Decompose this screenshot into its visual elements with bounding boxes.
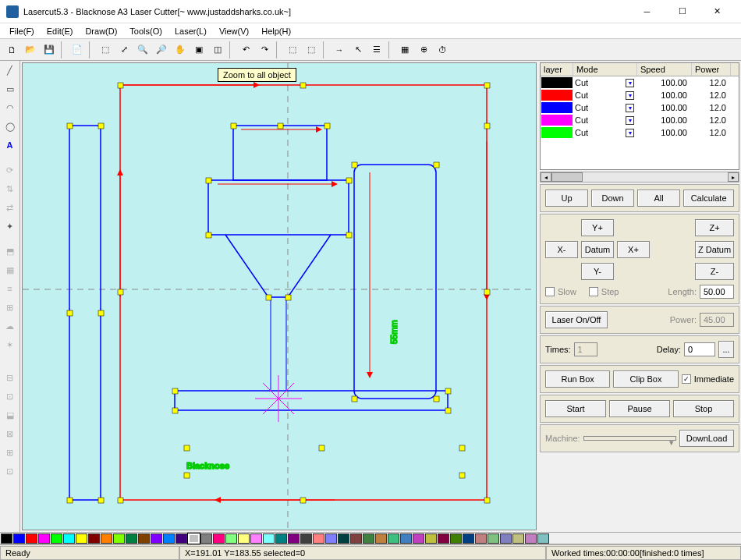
zoom-out-icon[interactable]: 🔎 (153, 41, 170, 58)
color-swatch[interactable] (512, 533, 524, 544)
menu-view[interactable]: View(V) (213, 25, 255, 37)
color-swatch[interactable] (463, 533, 474, 544)
zminus-button[interactable]: Z- (695, 263, 734, 280)
runbox-button[interactable]: Run Box (545, 370, 610, 388)
rotate-tool-icon[interactable]: ⟳ (2, 162, 18, 178)
ungroup-icon[interactable]: ⬚ (303, 41, 320, 58)
xplus-button[interactable]: X+ (617, 241, 650, 258)
color-swatch[interactable] (26, 533, 37, 544)
color-swatch[interactable] (450, 533, 462, 544)
stop-button[interactable]: Stop (673, 400, 734, 417)
color-swatch[interactable] (200, 533, 212, 544)
datum-button[interactable]: Datum (581, 241, 614, 258)
menu-file[interactable]: File(F) (3, 25, 41, 37)
color-swatch[interactable] (263, 533, 275, 544)
line-tool-icon[interactable]: ╱ (2, 62, 18, 78)
star-icon[interactable]: ✶ (2, 337, 18, 353)
layer-row[interactable]: Cut▾100.0012.0 (541, 126, 739, 139)
redo-icon[interactable]: ↷ (256, 41, 273, 58)
zdatum-button[interactable]: Z Datum (695, 241, 734, 258)
laser-button[interactable]: Laser On/Off (545, 311, 608, 328)
color-swatch[interactable] (13, 533, 25, 544)
layout-icon[interactable]: ⊡ (2, 463, 18, 479)
step-checkbox[interactable] (589, 287, 598, 296)
save-icon[interactable]: 💾 (41, 41, 58, 58)
down-button[interactable]: Down (591, 190, 634, 207)
color-swatch[interactable] (475, 533, 487, 544)
group-icon[interactable]: ⬚ (284, 41, 301, 58)
minimize-button[interactable]: ─ (629, 0, 665, 23)
start-button[interactable]: Start (545, 400, 606, 417)
menu-edit[interactable]: Edit(E) (41, 25, 80, 37)
color-swatch[interactable] (488, 533, 499, 544)
color-swatch[interactable] (138, 533, 150, 544)
new-icon[interactable]: 🗋 (3, 41, 20, 58)
mirror-h-icon[interactable]: ⇄ (2, 200, 18, 215)
xminus-button[interactable]: X- (545, 241, 578, 258)
yplus-button[interactable]: Y+ (581, 219, 614, 236)
color-swatch[interactable] (163, 533, 175, 544)
color-swatch[interactable] (88, 533, 100, 544)
text-tool-icon[interactable]: A (2, 137, 18, 153)
align-top-icon[interactable]: ⬒ (2, 243, 18, 259)
menu-laser[interactable]: Laser(L) (168, 25, 213, 37)
pan-icon[interactable]: ✋ (172, 41, 189, 58)
length-input[interactable]: 50.00 (700, 285, 734, 299)
immediate-checkbox[interactable]: ✓ (682, 374, 691, 384)
all-button[interactable]: All (637, 190, 680, 207)
color-swatch[interactable] (176, 533, 187, 544)
rect-tool-icon[interactable]: ▭ (2, 81, 18, 97)
weld-icon[interactable]: ⬓ (2, 407, 18, 423)
color-swatch[interactable] (1, 533, 12, 544)
color-swatch[interactable] (537, 533, 549, 544)
sim-icon[interactable]: ▦ (396, 41, 413, 58)
color-swatch[interactable] (325, 533, 337, 544)
color-swatch[interactable] (313, 533, 324, 544)
arrow-icon[interactable]: → (331, 41, 348, 58)
color-swatch[interactable] (388, 533, 399, 544)
list-icon[interactable]: ☰ (368, 41, 385, 58)
trim-icon[interactable]: ⊠ (2, 426, 18, 441)
color-swatch[interactable] (525, 533, 537, 544)
color-swatch[interactable] (438, 533, 449, 544)
delay-input[interactable]: 0 (684, 342, 715, 356)
cursor-icon[interactable]: ↖ (349, 41, 367, 58)
fit-icon[interactable]: ▣ (190, 41, 207, 58)
menu-tools[interactable]: Tools(O) (123, 25, 168, 37)
array-icon[interactable]: ⊟ (2, 370, 18, 385)
curve-tool-icon[interactable]: ◠ (2, 100, 18, 115)
select-icon[interactable]: ⬚ (97, 41, 114, 58)
align-center-icon[interactable]: ≡ (2, 281, 18, 296)
color-swatch[interactable] (500, 533, 512, 544)
color-swatch[interactable] (225, 533, 237, 544)
color-swatch[interactable] (400, 533, 412, 544)
zoom-in-icon[interactable]: 🔍 (134, 41, 151, 58)
offset-icon[interactable]: ⊡ (2, 388, 18, 404)
color-swatch[interactable] (213, 533, 225, 544)
color-swatch[interactable] (288, 533, 300, 544)
color-swatch[interactable] (38, 533, 50, 544)
color-swatch[interactable] (413, 533, 424, 544)
up-button[interactable]: Up (545, 190, 588, 207)
menu-draw[interactable]: Draw(D) (79, 25, 123, 37)
slow-checkbox[interactable] (545, 287, 555, 296)
align-grid-icon[interactable]: ▦ (2, 262, 18, 278)
color-swatch[interactable] (188, 533, 200, 544)
zoom-all-icon[interactable]: ⤢ (115, 41, 133, 58)
undo-icon[interactable]: ↶ (237, 41, 254, 58)
color-swatch[interactable] (338, 533, 349, 544)
close-button[interactable]: ✕ (700, 0, 735, 23)
layer-scroll[interactable]: ◂▸ (540, 172, 739, 183)
color-swatch[interactable] (300, 533, 312, 544)
color-swatch[interactable] (250, 533, 262, 544)
calculate-button[interactable]: Calculate (683, 190, 734, 207)
layer-row[interactable]: Cut▾100.0012.0 (541, 89, 739, 101)
color-swatch[interactable] (51, 533, 62, 544)
color-swatch[interactable] (425, 533, 437, 544)
extent-icon[interactable]: ◫ (209, 41, 226, 58)
download-button[interactable]: DownLoad (679, 430, 734, 447)
layer-row[interactable]: Cut▾100.0012.0 (541, 114, 739, 126)
color-swatch[interactable] (63, 533, 75, 544)
color-swatch[interactable] (151, 533, 162, 544)
color-swatch[interactable] (101, 533, 112, 544)
